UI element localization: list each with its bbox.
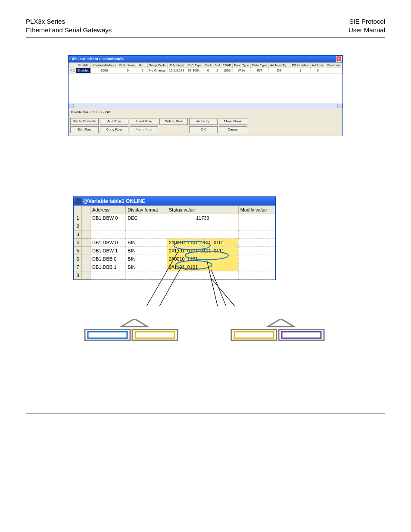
scroll-left-icon[interactable]: [68, 104, 74, 108]
byte-diagrams: [26, 319, 385, 345]
col-comment[interactable]: Comment: [325, 62, 342, 68]
col-ip-address[interactable]: IP Address: [167, 62, 186, 68]
move-up-button[interactable]: Move Up: [189, 118, 218, 125]
col-enable[interactable]: Enable: [76, 62, 91, 68]
diagram-right: [229, 319, 328, 345]
vat-row-4[interactable]: 4DB1.DBW 0BIN2#0010_1101_1101_0101: [74, 238, 275, 246]
vat-col-address[interactable]: Address: [90, 205, 126, 214]
cell-enable[interactable]: Enabled: [76, 68, 91, 73]
cell-ip-address[interactable]: 10.1.3.179: [167, 68, 186, 73]
close-icon[interactable]: ×: [336, 56, 342, 62]
col-re[interactable]: Re...: [138, 62, 147, 68]
button-row: Set to Defaults Add Row Insert Row Delet…: [68, 116, 342, 136]
series-name: PLX3x Series: [26, 17, 112, 26]
svg-rect-10: [88, 332, 127, 338]
cell-poll-interval[interactable]: 0: [118, 68, 138, 73]
cell-plc-type[interactable]: S7-300/...: [186, 68, 203, 73]
cell-rack[interactable]: 0: [203, 68, 213, 73]
col-data-type[interactable]: Data Type: [251, 62, 268, 68]
series-sub: Ethernet and Serial Gateways: [26, 26, 112, 34]
delete-row-button[interactable]: Delete Row: [159, 118, 188, 125]
add-row-button[interactable]: Add Row: [100, 118, 128, 125]
vat-title-bar[interactable]: @Variable table1 ONLINE: [74, 197, 275, 205]
edit-commands-window: Edit - SIE Client 0 Commands × Enable In…: [68, 55, 343, 136]
svg-rect-12: [135, 332, 174, 338]
window-title-bar[interactable]: Edit - SIE Client 0 Commands ×: [68, 56, 342, 62]
paste-row-button: Paste Row: [130, 126, 158, 133]
vat-row-8[interactable]: 8: [74, 271, 275, 279]
diagram-left: [83, 319, 182, 345]
cell-db-number[interactable]: 1: [290, 68, 311, 73]
header-right: SIE Protocol User Manual: [349, 17, 385, 35]
vat-status-5[interactable]: 2#1101_0101_0101_0111: [167, 246, 238, 255]
header-left: PLX3x Series Ethernet and Serial Gateway…: [26, 17, 112, 35]
vat-row-2[interactable]: 2: [74, 222, 275, 230]
cell-re[interactable]: 1: [138, 68, 147, 73]
vat-row-5[interactable]: 5DB1.DBW 1BIN2#1101_0101_0101_0111: [74, 246, 275, 255]
cell-address[interactable]: 0: [310, 68, 325, 73]
col-func-type[interactable]: Func Type: [233, 62, 251, 68]
cell-rownum: ✓1: [69, 68, 76, 73]
svg-rect-17: [282, 332, 321, 338]
cell-comment[interactable]: [325, 68, 342, 73]
cell-func-type[interactable]: Write: [233, 68, 251, 73]
cancel-button[interactable]: Cancel: [219, 126, 247, 133]
vat-status-4[interactable]: 2#0010_1101_1101_0101: [167, 238, 238, 246]
col-internal-address[interactable]: Internal Address: [91, 62, 118, 68]
vat-title-text: @Variable table1 ONLINE: [83, 198, 145, 204]
vat-row-7[interactable]: 7DB1.DBB 1BIN2#1101_0101: [74, 263, 275, 271]
vat-header-row: Address Display format Status value Modi…: [74, 205, 275, 214]
cell-slot[interactable]: 2: [213, 68, 221, 73]
svg-marker-8: [121, 319, 147, 327]
cell-internal-address[interactable]: 1000: [91, 68, 118, 73]
protocol-name: SIE Protocol: [349, 17, 385, 26]
svg-rect-15: [234, 332, 274, 338]
col-slot[interactable]: Slot: [213, 62, 221, 68]
col-rownum: [69, 62, 76, 68]
vat-col-status[interactable]: Status value: [167, 205, 238, 214]
svg-marker-13: [268, 319, 294, 327]
page-footer: [26, 414, 385, 426]
copy-row-button[interactable]: Copy Row: [100, 126, 128, 133]
col-address[interactable]: Address: [310, 62, 325, 68]
vat-row-3[interactable]: 3: [74, 230, 275, 238]
grid-row-1[interactable]: ✓1 Enabled 1000 0 1 No Change 10.1.3.179…: [69, 68, 342, 73]
commands-grid: Enable Internal Address Poll Interval Re…: [68, 62, 342, 109]
vat-col-display[interactable]: Display format: [126, 205, 167, 214]
window-icon: [75, 198, 81, 204]
cell-address-ty[interactable]: DB: [268, 68, 290, 73]
vat-col-modify[interactable]: Modify value: [238, 205, 275, 214]
variable-table-window: @Variable table1 ONLINE Address Display …: [73, 196, 276, 280]
col-db-number[interactable]: DB Number: [290, 62, 311, 68]
cell-tsap[interactable]: 1000: [221, 68, 233, 73]
horizontal-scrollbar[interactable]: [68, 103, 342, 109]
col-poll-interval[interactable]: Poll Interval: [118, 62, 138, 68]
page-header: PLX3x Series Ethernet and Serial Gateway…: [26, 17, 385, 38]
vat-col-blank1: [74, 205, 82, 214]
col-rack[interactable]: Rack: [203, 62, 213, 68]
cell-swap-code[interactable]: No Change: [147, 68, 167, 73]
scroll-right-icon[interactable]: [337, 104, 342, 108]
doc-type: User Manual: [349, 26, 385, 34]
set-to-defaults-button[interactable]: Set to Defaults: [70, 118, 99, 125]
vat-status-6[interactable]: 2#0010_1101: [167, 255, 238, 263]
window-title-text: Edit - SIE Client 0 Commands: [69, 57, 124, 61]
col-swap-code[interactable]: Swap Code: [147, 62, 167, 68]
cell-data-type[interactable]: INT: [251, 68, 268, 73]
edit-row-button[interactable]: Edit Row: [70, 126, 99, 133]
col-plc-type[interactable]: PLC Type: [186, 62, 203, 68]
vat-status-7[interactable]: 2#1101_0101: [167, 263, 238, 271]
grid-empty-area: [68, 73, 342, 103]
vat-col-blank2: [82, 205, 90, 214]
vat-row-1[interactable]: 1DB1.DBW 0DEC11733: [74, 214, 275, 222]
status-text: Enable Value Status - OK: [68, 109, 342, 116]
vat-row-6[interactable]: 6DB1.DBB 0BIN2#0010_1101: [74, 255, 275, 263]
col-address-ty[interactable]: Address Ty...: [268, 62, 290, 68]
ok-button[interactable]: OK: [189, 126, 218, 133]
insert-row-button[interactable]: Insert Row: [130, 118, 158, 125]
move-down-button[interactable]: Move Down: [219, 118, 247, 125]
grid-header-row: Enable Internal Address Poll Interval Re…: [69, 62, 342, 68]
svg-line-7: [211, 278, 235, 306]
col-tsap[interactable]: TSAP: [221, 62, 233, 68]
